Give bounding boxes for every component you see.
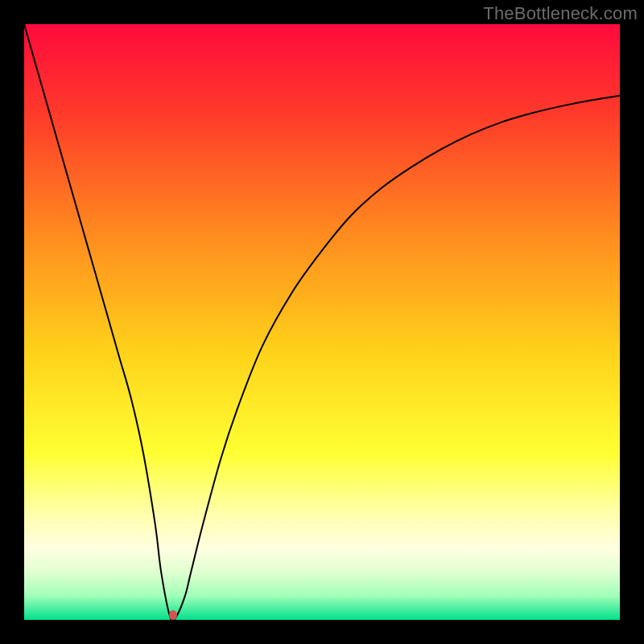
chart-svg xyxy=(24,24,620,620)
watermark-text: TheBottleneck.com xyxy=(483,3,638,24)
optimum-marker xyxy=(169,610,177,620)
chart-container: TheBottleneck.com xyxy=(0,0,644,644)
plot-area xyxy=(24,24,620,620)
